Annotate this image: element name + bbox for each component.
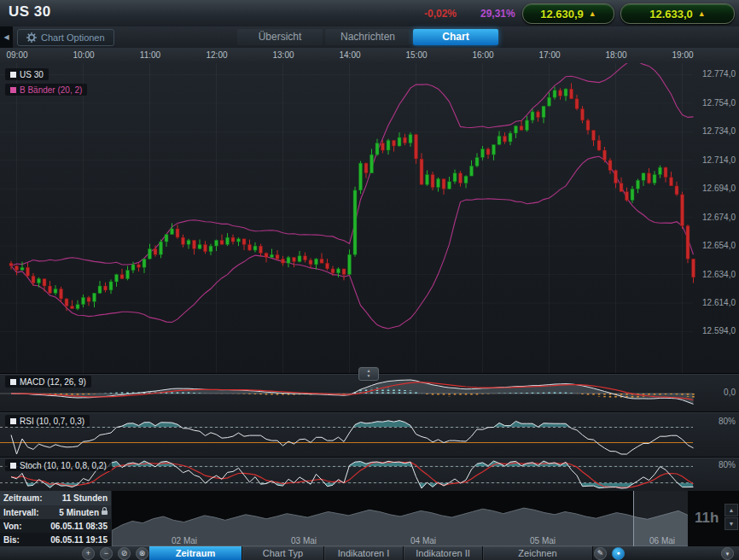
rsi-panel[interactable]: RSI (10, 0,7, 0,3) 80% xyxy=(0,411,739,458)
tab-bar: ◀ Chart Optionen Übersicht Nachrichten C… xyxy=(0,26,739,49)
bottom-strip: Zeitraum: 11 Stunden Intervall: 5 Minute… xyxy=(0,491,739,546)
info-label: Von: xyxy=(3,522,21,531)
time-tick-label: 17:00 xyxy=(537,50,562,60)
stoch-legend: Stoch (10, 10, 0,8, 0,2) xyxy=(5,459,112,471)
legend-label: US 30 xyxy=(20,70,44,79)
chevron-down-icon: ▼ xyxy=(725,551,730,557)
chart-info-panel: Zeitraum: 11 Stunden Intervall: 5 Minute… xyxy=(0,491,111,546)
range-navigator[interactable]: 02 Mai03 Mai04 Mai05 Mai06 Mai xyxy=(111,491,689,546)
triangle-up-icon: ▲ xyxy=(729,507,735,513)
circled-x-icon: ⊗ xyxy=(139,549,146,557)
pencil-icon: ✎ xyxy=(597,549,604,557)
dot-icon: ● xyxy=(616,550,620,556)
sell-price-button[interactable]: 12.630,9 ▲ xyxy=(522,3,614,24)
toolbar-tabs: Zeitraum Chart Typ Indikatoren I Indikat… xyxy=(149,546,593,560)
plus-icon: + xyxy=(86,549,90,557)
series-swatch xyxy=(10,87,16,93)
lock-icon[interactable] xyxy=(102,510,108,515)
navigator-date-label: 03 Mai xyxy=(282,536,325,545)
clear-tool-button[interactable]: ⊗ xyxy=(136,547,148,560)
triangle-down-icon: ▼ xyxy=(729,521,735,527)
price-chart-pane[interactable]: 12.774,012.754,012.734,012.714,012.694,0… xyxy=(0,63,739,373)
instrument-title: US 30 xyxy=(9,3,51,20)
header: US 30 -0,02% 29,31% 12.630,9 ▲ 12.633,0 … xyxy=(0,0,739,27)
collapse-toolbar-button[interactable]: ▼ xyxy=(721,547,734,560)
time-tick-label: 09:00 xyxy=(4,50,30,60)
navigator-date-label: 02 Mai xyxy=(163,536,206,545)
legend-us30[interactable]: US 30 xyxy=(5,68,49,80)
toolbar-tab-indikatoren-2[interactable]: Indikatoren II xyxy=(404,546,483,560)
time-tick-label: 15:00 xyxy=(404,50,429,60)
price-up-icon: ▲ xyxy=(589,9,596,18)
info-row-bis: Bis: 06.05.11 19:15 xyxy=(0,533,111,546)
toolbar-tab-zeitraum[interactable]: Zeitraum xyxy=(149,546,242,560)
draw-button[interactable]: ✎ xyxy=(594,547,607,560)
time-tick-label: 19:00 xyxy=(670,50,695,60)
rsi-label: RSI (10, 0,7, 0,3) xyxy=(20,417,84,426)
tab-chart[interactable]: Chart xyxy=(413,29,498,45)
minus-icon: − xyxy=(104,549,108,557)
stoch-panel[interactable]: Stoch (10, 10, 0,8, 0,2) 80% xyxy=(0,457,739,492)
splitter-down-icon: ▼ xyxy=(359,373,378,378)
price-tick-label: 12.594,0 xyxy=(702,326,736,335)
collapse-panel-button[interactable]: ◀ xyxy=(0,26,13,48)
price-tick-label: 12.714,0 xyxy=(702,155,736,165)
time-tick-label: 14:00 xyxy=(337,50,363,60)
scroll-up-button[interactable]: ▲ xyxy=(724,504,738,516)
series-swatch xyxy=(10,72,16,78)
chart-legend: US 30 B Bänder (20, 2) xyxy=(5,68,87,99)
info-row-zeitraum: Zeitraum: 11 Stunden xyxy=(0,491,111,505)
stoch-label: Stoch (10, 10, 0,8, 0,2) xyxy=(20,461,107,470)
time-tick-label: 16:00 xyxy=(470,50,496,60)
time-tick-label: 18:00 xyxy=(603,50,629,60)
chart-options-button[interactable]: Chart Optionen xyxy=(17,29,114,46)
price-tick-label: 12.754,0 xyxy=(702,98,736,108)
info-value: 5 Minuten xyxy=(59,508,99,517)
change-percent: -0,02% xyxy=(424,8,457,20)
price-tick-label: 12.734,0 xyxy=(702,126,736,136)
info-value: 06.05.11 08:35 xyxy=(50,522,108,531)
navigator-date-label: 05 Mai xyxy=(521,536,564,545)
info-row-intervall: Intervall: 5 Minuten xyxy=(0,505,111,519)
range-label: 11h xyxy=(695,510,719,527)
toolbar-tab-chart-typ[interactable]: Chart Typ xyxy=(242,546,324,560)
chevron-left-icon: ◀ xyxy=(3,33,9,41)
series-swatch xyxy=(10,463,16,469)
bottom-toolbar: + − ⊘ ⊗ Zeitraum Chart Typ Indikatoren I… xyxy=(0,546,739,560)
toolbar-tab-indikatoren-1[interactable]: Indikatoren I xyxy=(324,546,404,560)
series-swatch xyxy=(10,418,16,424)
zoom-out-button[interactable]: − xyxy=(100,547,113,560)
live-update-button[interactable]: ● xyxy=(612,547,625,560)
price-tick-label: 12.774,0 xyxy=(702,69,736,79)
time-tick-label: 11:00 xyxy=(137,50,163,60)
navigator-date-label: 06 Mai xyxy=(641,536,684,545)
trading-app-window: US 30 -0,02% 29,31% 12.630,9 ▲ 12.633,0 … xyxy=(0,0,739,560)
pane-splitter[interactable]: ▲ ▼ xyxy=(358,367,379,381)
tab-nachrichten[interactable]: Nachrichten xyxy=(325,29,410,45)
zoom-in-button[interactable]: + xyxy=(82,547,95,560)
price-tick-label: 12.614,0 xyxy=(702,298,736,307)
view-tabs: Übersicht Nachrichten Chart xyxy=(237,29,498,45)
legend-bollinger[interactable]: B Bänder (20, 2) xyxy=(5,84,87,96)
navigator-right: 11h ▲ ▼ xyxy=(688,491,739,546)
price-tick-label: 12.694,0 xyxy=(702,184,736,193)
candlestick-chart[interactable] xyxy=(0,63,739,373)
price-tick-label: 12.634,0 xyxy=(702,270,736,279)
time-tick-label: 12:00 xyxy=(204,50,230,60)
time-tick-label: 10:00 xyxy=(71,50,96,60)
disable-tool-button[interactable]: ⊘ xyxy=(118,547,131,560)
price-tick-label: 12.654,0 xyxy=(702,241,736,250)
no-entry-icon: ⊘ xyxy=(121,549,128,557)
info-value: 11 Stunden xyxy=(62,493,108,503)
time-axis: 09:0010:0011:0012:0013:0014:0015:0016:00… xyxy=(0,48,739,64)
info-label: Intervall: xyxy=(3,508,39,517)
macd-zero-label: 0,0 xyxy=(724,388,736,397)
buy-price-button[interactable]: 12.633,0 ▲ xyxy=(620,3,735,24)
scroll-down-button[interactable]: ▼ xyxy=(724,517,738,530)
info-value: 06.05.11 19:15 xyxy=(50,535,108,545)
toolbar-tab-zeichnen[interactable]: Zeichnen xyxy=(483,546,593,560)
info-label: Bis: xyxy=(3,535,20,545)
tab-uebersicht[interactable]: Übersicht xyxy=(237,29,323,45)
macd-legend: MACD (12, 26, 9) xyxy=(5,376,91,388)
gear-icon xyxy=(26,32,37,43)
